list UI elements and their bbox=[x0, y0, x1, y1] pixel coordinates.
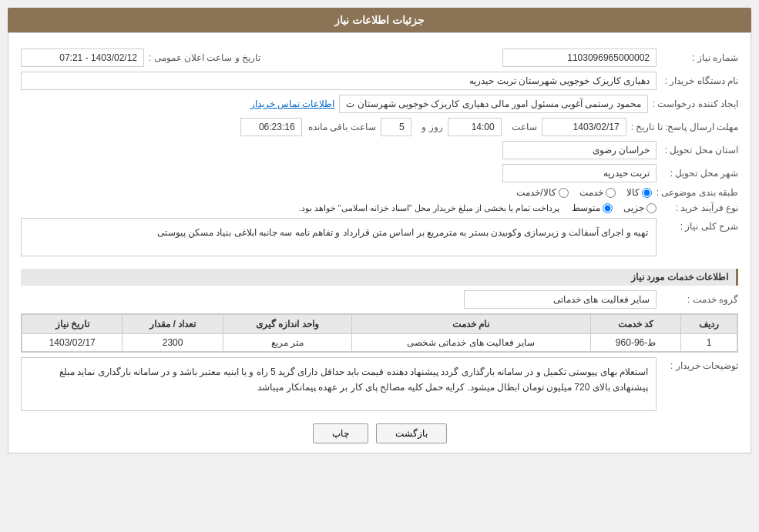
cell-name: سایر فعالیت های خدماتی شخصی bbox=[351, 334, 590, 352]
buyer-name-value: دهیاری کاریزک خوجویی شهرستان تربت حیدریه bbox=[21, 72, 657, 90]
general-desc-label: شرح کلی نیاز : bbox=[661, 218, 738, 232]
service-info-title: اطلاعات خدمات مورد نیاز bbox=[21, 269, 738, 286]
creator-link[interactable]: اطلاعات تماس خریدار bbox=[250, 99, 335, 109]
process-option-jozii[interactable]: جزیی bbox=[623, 202, 657, 213]
general-desc-value: تهیه و اجرای آسفالت و زیرسازی وکوبیدن بس… bbox=[21, 218, 657, 256]
category-label-kala-khadamat: کالا/خدمت bbox=[516, 187, 556, 198]
process-radio-group: متوسط جزیی bbox=[572, 202, 657, 213]
city-label: شهر محل تحویل : bbox=[661, 168, 738, 179]
cell-date: 1403/02/17 bbox=[22, 334, 123, 352]
category-option-kala[interactable]: کالا bbox=[626, 187, 652, 198]
buyer-notes-label: توضیحات خریدار : bbox=[661, 357, 738, 371]
response-time: 14:00 bbox=[448, 118, 502, 136]
process-note: پرداخت تمام یا بخشی از مبلغ خریدار محل "… bbox=[298, 203, 559, 213]
cell-unit: متر مربع bbox=[223, 334, 351, 352]
page-title: جزئیات اطلاعات نیاز bbox=[334, 14, 425, 26]
category-option-kala-khadamat[interactable]: کالا/خدمت bbox=[516, 187, 568, 198]
response-date-date: 1403/02/17 bbox=[542, 118, 626, 136]
services-table-container: ردیف کد خدمت نام خدمت واحد اندازه گیری ت… bbox=[21, 313, 738, 353]
process-label-motawaset: متوسط bbox=[572, 202, 600, 213]
process-option-motawaset[interactable]: متوسط bbox=[572, 202, 613, 213]
col-qty: تعداد / مقدار bbox=[123, 315, 223, 334]
creator-label: ایجاد کننده درخواست : bbox=[653, 99, 738, 109]
col-date: تاریخ نیاز bbox=[22, 315, 123, 334]
col-code: کد خدمت bbox=[590, 315, 680, 334]
response-days: 5 bbox=[381, 118, 411, 136]
need-number-label: شماره نیاز : bbox=[661, 52, 738, 63]
cell-code: ط-96-960 bbox=[590, 334, 680, 352]
page-header: جزئیات اطلاعات نیاز bbox=[8, 8, 751, 32]
cell-row: 1 bbox=[681, 334, 737, 352]
service-group-value: سایر فعالیت های خدماتی bbox=[464, 290, 657, 309]
response-days-label: روز و bbox=[416, 122, 443, 132]
process-label-jozii: جزیی bbox=[623, 202, 644, 213]
remaining-label: ساعت باقی مانده bbox=[307, 122, 376, 132]
response-time-label: ساعت bbox=[506, 122, 537, 132]
col-unit: واحد اندازه گیری bbox=[223, 315, 351, 334]
col-row: ردیف bbox=[681, 315, 737, 334]
remaining-time: 06:23:16 bbox=[240, 118, 302, 136]
category-label-khadamat: خدمت bbox=[579, 187, 603, 198]
col-name: نام خدمت bbox=[351, 315, 590, 334]
process-label: نوع فرآیند خرید : bbox=[661, 202, 738, 213]
category-option-khadamat[interactable]: خدمت bbox=[579, 187, 616, 198]
category-radio-khadamat[interactable] bbox=[606, 188, 616, 198]
back-button[interactable]: بازگشت bbox=[376, 423, 447, 443]
city-value: تربت حیدریه bbox=[502, 164, 657, 182]
category-radio-group: کالا/خدمت خدمت کالا bbox=[516, 187, 651, 198]
action-buttons: بازگشت چاپ bbox=[21, 423, 738, 443]
category-radio-kala[interactable] bbox=[642, 188, 652, 198]
category-label-kala: کالا bbox=[626, 187, 640, 198]
process-radio-motawaset[interactable] bbox=[603, 203, 613, 213]
print-button[interactable]: چاپ bbox=[313, 423, 368, 443]
cell-quantity: 2300 bbox=[123, 334, 223, 352]
date-label: تاریخ و ساعت اعلان عمومی : bbox=[149, 52, 260, 63]
province-label: استان محل تحویل : bbox=[661, 145, 738, 156]
category-radio-kala-khadamat[interactable] bbox=[559, 188, 569, 198]
process-radio-jozii[interactable] bbox=[646, 203, 657, 213]
creator-value: محمود رستمی آغویی مسئول امور مالی دهیاری… bbox=[339, 95, 647, 113]
need-number-value: 1103096965000002 bbox=[502, 49, 657, 67]
buyer-notes-value: استعلام بهای پیوستی تکمیل و در سامانه با… bbox=[21, 357, 657, 411]
table-row: 1ط-96-960سایر فعالیت های خدماتی شخصیمتر … bbox=[22, 334, 737, 352]
province-value: خراسان رضوی bbox=[502, 141, 657, 159]
buyer-name-label: نام دستگاه خریدار : bbox=[661, 75, 738, 86]
service-group-label: گروه خدمت : bbox=[661, 294, 738, 305]
services-table: ردیف کد خدمت نام خدمت واحد اندازه گیری ت… bbox=[22, 314, 737, 352]
date-value: 1403/02/12 - 07:21 bbox=[21, 49, 144, 67]
category-label: طبقه بندی موضوعی : bbox=[657, 187, 738, 198]
response-date-label: مهلت ارسال پاسخ: تا تاریخ : bbox=[631, 122, 738, 132]
